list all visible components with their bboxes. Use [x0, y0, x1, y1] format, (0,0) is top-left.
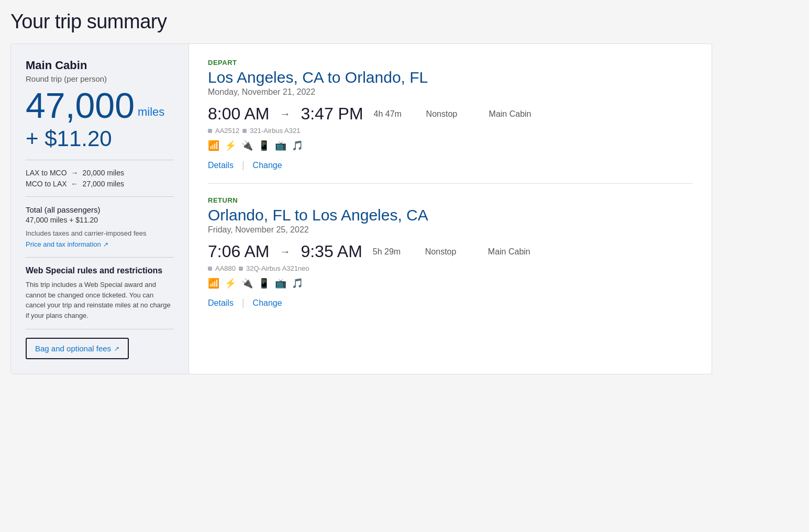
return-dot-2	[239, 267, 243, 271]
depart-aircraft: 321-Airbus A321	[250, 127, 300, 135]
depart-duration: 4h 47m	[374, 109, 416, 119]
miles-unit: miles	[138, 105, 164, 123]
return-details-link[interactable]: Details	[208, 298, 234, 308]
price-tax-link[interactable]: Price and tax information ↗	[26, 240, 108, 248]
route-from-2: MCO to LAX	[26, 180, 67, 188]
return-wifi-icon: 📶	[208, 278, 219, 289]
route-row-1: LAX to MCO → 20,000 miles	[26, 169, 174, 177]
route-miles-1: 20,000 miles	[83, 169, 124, 177]
return-duration: 5h 29m	[373, 247, 415, 257]
return-cabin-class: Main Cabin	[488, 247, 530, 257]
depart-stops: Nonstop	[426, 109, 479, 119]
depart-direction-label: DEPART	[208, 59, 693, 66]
external-link-icon: ↗	[103, 241, 108, 248]
depart-dot	[208, 129, 212, 133]
return-amenities: 📶 ⚡ 🔌 📱 📺 🎵	[208, 278, 693, 289]
section-divider	[208, 183, 693, 184]
return-power-icon: ⚡	[225, 278, 236, 289]
depart-section: DEPART Los Angeles, CA to Orlando, FL Mo…	[208, 59, 693, 171]
return-usb-icon: 🔌	[241, 278, 253, 289]
route-arrow-1: →	[71, 169, 79, 177]
depart-action-row: Details | Change	[208, 160, 693, 171]
depart-action-divider: |	[242, 160, 245, 171]
depart-arrive-time: 3:47 PM	[301, 104, 363, 124]
return-change-link[interactable]: Change	[253, 298, 282, 308]
return-dot	[208, 267, 212, 271]
miles-amount: 47,000	[26, 87, 135, 123]
return-section: RETURN Orlando, FL to Los Angeles, CA Fr…	[208, 196, 693, 308]
device-icon: 📱	[258, 140, 270, 151]
return-arrow-icon: →	[280, 246, 290, 258]
depart-date: Monday, November 21, 2022	[208, 87, 693, 97]
depart-route-title: Los Angeles, CA to Orlando, FL	[208, 69, 693, 86]
return-tv-icon: 📺	[275, 278, 286, 289]
includes-text: Includes taxes and carrier-imposed fees	[26, 229, 174, 237]
web-special-title: Web Special rules and restrictions	[26, 266, 174, 275]
return-music-icon: 🎵	[292, 278, 303, 289]
return-date: Friday, November 25, 2022	[208, 225, 693, 235]
depart-dot-2	[242, 129, 247, 133]
wifi-icon: 📶	[208, 140, 219, 151]
web-special-text: This trip includes a Web Special award a…	[26, 280, 174, 320]
return-action-divider: |	[242, 297, 245, 308]
depart-change-link[interactable]: Change	[253, 161, 282, 170]
route-row-2: MCO to LAX ← 27,000 miles	[26, 180, 174, 188]
trip-summary-card: Main Cabin Round trip (per person) 47,00…	[10, 43, 712, 374]
usb-icon: 🔌	[241, 140, 253, 151]
depart-flight-number: AA2512	[215, 127, 239, 135]
return-stops: Nonstop	[425, 247, 478, 257]
total-label: Total (all passengers)	[26, 205, 101, 214]
return-times-row: 7:06 AM → 9:35 AM 5h 29m Nonstop Main Ca…	[208, 242, 693, 261]
total-section: Total (all passengers) 47,000 miles + $1…	[26, 205, 174, 224]
depart-amenities: 📶 ⚡ 🔌 📱 📺 🎵	[208, 140, 693, 151]
round-trip-label: Round trip (per person)	[26, 74, 174, 83]
bag-fees-button[interactable]: Bag and optional fees ↗	[26, 338, 129, 359]
return-route-title: Orlando, FL to Los Angeles, CA	[208, 206, 693, 224]
return-flight-number: AA880	[215, 264, 236, 272]
depart-times-row: 8:00 AM → 3:47 PM 4h 47m Nonstop Main Ca…	[208, 104, 693, 124]
divider-3	[26, 257, 174, 258]
bag-fees-external-icon: ↗	[114, 345, 119, 352]
route-from-1: LAX to MCO	[26, 169, 67, 177]
route-arrow-2: ←	[71, 180, 79, 188]
divider-1	[26, 160, 174, 160]
route-miles-2: 27,000 miles	[83, 180, 124, 188]
return-action-row: Details | Change	[208, 297, 693, 308]
return-arrive-time: 9:35 AM	[301, 242, 362, 261]
return-device-icon: 📱	[258, 278, 270, 289]
return-direction-label: RETURN	[208, 196, 693, 204]
divider-2	[26, 196, 174, 197]
power-icon: ⚡	[225, 140, 236, 151]
depart-cabin-class: Main Cabin	[489, 109, 531, 119]
divider-4	[26, 329, 174, 329]
return-flight-info: AA880 32Q-Airbus A321neo	[208, 264, 693, 272]
total-amount: 47,000 miles + $11.20	[26, 216, 174, 224]
cabin-label: Main Cabin	[26, 59, 174, 72]
tv-icon: 📺	[275, 140, 286, 151]
plus-fee: + $11.20	[26, 126, 174, 151]
return-aircraft: 32Q-Airbus A321neo	[246, 264, 309, 272]
depart-time: 8:00 AM	[208, 104, 269, 124]
depart-flight-info: AA2512 321-Airbus A321	[208, 127, 693, 135]
depart-arrow-icon: →	[280, 108, 290, 120]
page-title: Your trip summary	[10, 10, 799, 33]
right-panel: DEPART Los Angeles, CA to Orlando, FL Mo…	[189, 44, 712, 374]
return-depart-time: 7:06 AM	[208, 242, 269, 261]
left-panel: Main Cabin Round trip (per person) 47,00…	[11, 44, 189, 374]
music-icon: 🎵	[292, 140, 303, 151]
depart-details-link[interactable]: Details	[208, 161, 234, 170]
